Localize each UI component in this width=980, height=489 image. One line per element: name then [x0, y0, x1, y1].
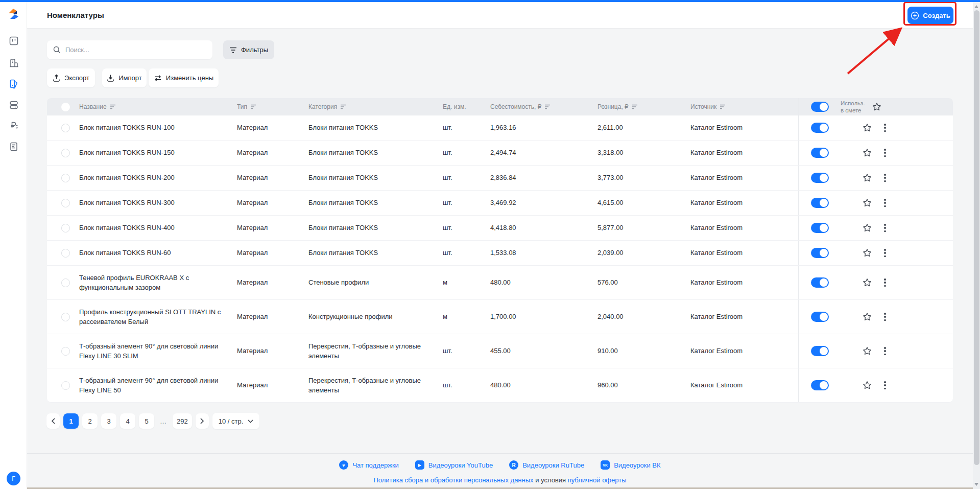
use-in-estimate-toggle[interactable] [811, 198, 829, 208]
use-in-estimate-toggle[interactable] [811, 380, 829, 390]
row-checkbox[interactable] [61, 149, 70, 157]
footer-link[interactable]: Видеоуроки RuTube [509, 460, 584, 470]
use-in-estimate-toggle[interactable] [811, 223, 829, 233]
favorite-star-icon[interactable] [863, 223, 872, 232]
pagination-page-button[interactable]: 4 [120, 413, 135, 429]
row-checkbox[interactable] [61, 381, 70, 390]
row-checkbox[interactable] [61, 347, 70, 356]
filters-button[interactable]: Фильтры [223, 40, 274, 59]
search-input[interactable] [65, 46, 206, 54]
sort-icon[interactable] [340, 104, 346, 109]
footer-link[interactable]: Видеоуроки ВК [601, 460, 660, 470]
row-menu-kebab-icon[interactable] [884, 199, 886, 207]
use-in-estimate-toggle[interactable] [811, 277, 829, 288]
favorite-star-icon[interactable] [872, 102, 881, 111]
footer-link[interactable]: Видеоуроки YouTube [415, 460, 493, 470]
row-menu-kebab-icon[interactable] [884, 313, 886, 321]
use-in-estimate-toggle[interactable] [811, 312, 829, 322]
favorite-star-icon[interactable] [863, 381, 872, 390]
sidebar-item-company[interactable] [0, 57, 27, 68]
table-row[interactable]: Блок питания TOKKS RUN-300 Материал Блок… [47, 191, 953, 216]
main-content: Фильтры Экспорт Импорт Изменить цены Наз… [27, 29, 973, 489]
favorite-star-icon[interactable] [863, 248, 872, 258]
table-row[interactable]: Блок питания TOKKS RUN-60 Материал Блоки… [47, 241, 953, 266]
row-checkbox[interactable] [61, 224, 70, 232]
sort-icon[interactable] [720, 104, 726, 109]
row-menu-kebab-icon[interactable] [884, 347, 886, 355]
create-button[interactable]: Создать [907, 7, 953, 24]
table-row[interactable]: Профиль конструкционный SLOTT TRAYLIN с … [47, 300, 953, 334]
pagination-ellipsis[interactable]: … [158, 417, 169, 425]
item-type: Материал [237, 198, 308, 208]
sort-icon[interactable] [110, 104, 116, 109]
sort-icon[interactable] [632, 104, 638, 109]
sidebar-item-nomenclatures[interactable] [0, 78, 27, 89]
pagination-page-button[interactable]: 5 [139, 413, 154, 429]
row-menu-kebab-icon[interactable] [884, 174, 886, 182]
item-unit: шт. [443, 346, 490, 356]
scrollbar-down-arrow-icon[interactable] [974, 483, 978, 486]
row-menu-kebab-icon[interactable] [884, 249, 886, 257]
use-in-estimate-toggle[interactable] [811, 173, 829, 183]
row-checkbox[interactable] [61, 124, 70, 132]
app-logo-icon [6, 7, 21, 21]
favorite-star-icon[interactable] [863, 346, 872, 356]
row-menu-kebab-icon[interactable] [884, 278, 886, 287]
scrollbar-thumb[interactable] [974, 10, 979, 465]
rutube-icon [509, 460, 518, 470]
scrollbar-up-arrow-icon[interactable] [974, 5, 978, 8]
table-row[interactable]: Т-образный элемент 90° для световой лини… [47, 368, 953, 403]
change-prices-button[interactable]: Изменить цены [149, 68, 219, 87]
row-menu-kebab-icon[interactable] [884, 224, 886, 232]
use-in-estimate-toggle[interactable] [811, 148, 829, 158]
public-offer-link[interactable]: публичной оферты [568, 476, 627, 484]
row-checkbox[interactable] [61, 313, 70, 321]
vertical-scrollbar[interactable] [973, 2, 980, 489]
pagination-prev-button[interactable] [46, 413, 60, 429]
use-in-estimate-header-toggle[interactable] [811, 102, 829, 112]
select-all-checkbox[interactable] [61, 103, 70, 111]
row-checkbox[interactable] [61, 199, 70, 207]
use-in-estimate-toggle[interactable] [811, 346, 829, 356]
table-row[interactable]: Блок питания TOKKS RUN-100 Материал Блок… [47, 115, 953, 141]
table-row[interactable]: Блок питания TOKKS RUN-150 Материал Блок… [47, 141, 953, 166]
row-menu-kebab-icon[interactable] [884, 381, 886, 389]
row-checkbox[interactable] [61, 174, 70, 182]
sidebar-item-prices[interactable] [0, 120, 27, 131]
pagination-page-button[interactable]: 1 [63, 413, 79, 429]
table-row[interactable]: Блок питания TOKKS RUN-400 Материал Блок… [47, 216, 953, 241]
use-in-estimate-toggle[interactable] [811, 248, 829, 258]
item-source: Каталог Estiroom [690, 198, 798, 208]
favorite-star-icon[interactable] [863, 148, 872, 157]
row-menu-kebab-icon[interactable] [884, 149, 886, 157]
pagination-page-button[interactable]: 292 [173, 413, 192, 429]
privacy-policy-link[interactable]: Политика сбора и обработки персональных … [373, 476, 533, 484]
favorite-star-icon[interactable] [863, 198, 872, 207]
pagination-page-button[interactable]: 2 [82, 413, 98, 429]
export-button[interactable]: Экспорт [47, 68, 95, 87]
pagination-next-button[interactable] [196, 413, 209, 429]
sidebar-item-projects[interactable] [0, 35, 27, 46]
favorite-star-icon[interactable] [863, 123, 872, 132]
footer-link[interactable]: Чат поддержки [339, 460, 398, 470]
favorite-star-icon[interactable] [863, 173, 872, 182]
pagination-page-button[interactable]: 3 [101, 413, 116, 429]
sort-icon[interactable] [544, 104, 551, 109]
import-button[interactable]: Импорт [102, 68, 147, 87]
sort-icon[interactable] [250, 104, 256, 109]
row-checkbox[interactable] [61, 278, 70, 287]
item-cost: 1,700.00 [490, 312, 597, 322]
item-retail: 576.00 [597, 277, 690, 288]
table-row[interactable]: Т-образный элемент 90° для световой лини… [47, 334, 953, 368]
favorite-star-icon[interactable] [863, 278, 872, 287]
page-size-select[interactable]: 10 / стр. [212, 413, 260, 429]
use-in-estimate-toggle[interactable] [811, 123, 829, 133]
row-checkbox[interactable] [61, 249, 70, 258]
row-menu-kebab-icon[interactable] [884, 124, 886, 132]
user-avatar[interactable]: Г [7, 472, 20, 485]
table-row[interactable]: Теневой профиль EUROKRAAB X с функционал… [47, 266, 953, 300]
favorite-star-icon[interactable] [863, 312, 872, 321]
table-row[interactable]: Блок питания TOKKS RUN-200 Материал Блок… [47, 166, 953, 191]
sidebar-item-sets[interactable] [0, 99, 27, 110]
sidebar-item-documents[interactable] [0, 141, 27, 152]
